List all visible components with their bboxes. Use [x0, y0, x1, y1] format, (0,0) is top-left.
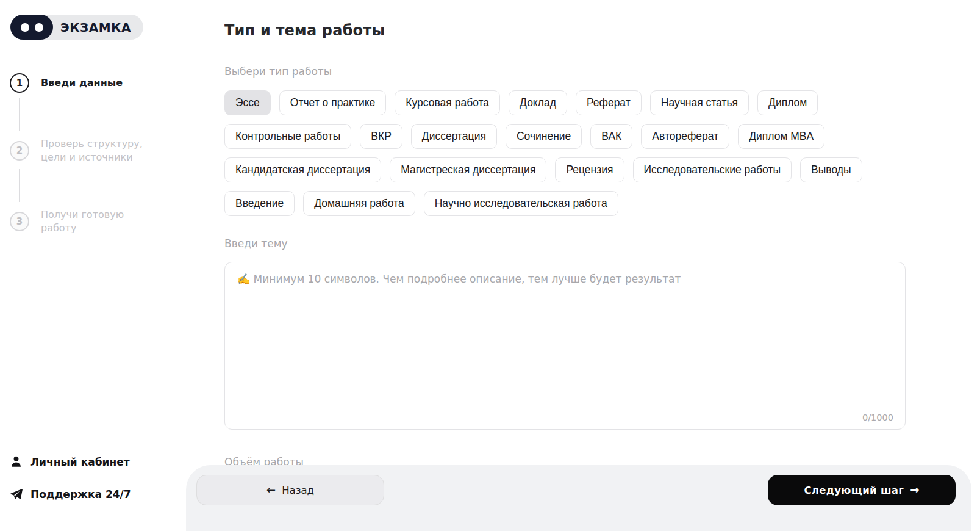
- work-type-chip[interactable]: Диплом MBA: [738, 124, 824, 149]
- main-content: Тип и тема работы Выбери тип работы Эссе…: [184, 0, 980, 468]
- arrow-left-icon: ←: [266, 485, 276, 496]
- step-connector: [19, 169, 20, 202]
- work-type-chip[interactable]: Выводы: [800, 157, 862, 182]
- logo-dot: [21, 23, 29, 32]
- work-type-chip[interactable]: Диссертация: [411, 124, 497, 149]
- work-type-chip[interactable]: Рецензия: [555, 157, 624, 182]
- brand-logo[interactable]: ЭКЗАМКА: [10, 15, 143, 40]
- work-type-chip[interactable]: Научно исследовательская работа: [424, 191, 618, 216]
- brand-logo-icon: [10, 15, 53, 40]
- work-type-chip[interactable]: Отчет о практике: [279, 90, 387, 115]
- work-type-label: Выбери тип работы: [224, 65, 980, 78]
- step-1: 1 Введи данные: [10, 73, 156, 93]
- work-type-chip[interactable]: Автореферат: [641, 124, 729, 149]
- step-3-label: Получи готовую работу: [41, 208, 156, 234]
- work-type-chip[interactable]: Доклад: [509, 90, 567, 115]
- telegram-icon: [10, 488, 23, 500]
- footer-action-bar: ← Назад Следующий шаг →: [186, 465, 971, 531]
- step-3-number: 3: [10, 212, 29, 231]
- work-type-chip[interactable]: Кандидатская диссертация: [224, 157, 381, 182]
- page-title: Тип и тема работы: [224, 22, 980, 39]
- arrow-right-icon: →: [910, 485, 919, 496]
- sidebar: ЭКЗАМКА 1 Введи данные 2 Проверь структу…: [0, 0, 184, 531]
- work-type-chip[interactable]: Введение: [224, 191, 295, 216]
- char-counter: 0/1000: [862, 413, 893, 422]
- account-link-label: Личный кабинет: [30, 456, 130, 468]
- work-type-chip[interactable]: Контрольные работы: [224, 124, 351, 149]
- account-link[interactable]: Личный кабинет: [10, 455, 131, 468]
- next-step-button[interactable]: Следующий шаг →: [768, 475, 956, 505]
- step-3: 3 Получи готовую работу: [10, 208, 156, 234]
- support-link-label: Поддержка 24/7: [30, 488, 131, 500]
- support-link[interactable]: Поддержка 24/7: [10, 488, 131, 500]
- work-type-chip[interactable]: ВКР: [360, 124, 402, 149]
- logo-dot: [35, 23, 43, 32]
- step-1-number: 1: [10, 73, 29, 93]
- step-connector: [19, 98, 20, 131]
- work-type-chip[interactable]: Магистреская диссертация: [390, 157, 546, 182]
- brand-name: ЭКЗАМКА: [53, 20, 131, 35]
- work-type-chip[interactable]: Научная статья: [650, 90, 749, 115]
- work-type-chip[interactable]: ВАК: [590, 124, 632, 149]
- back-button[interactable]: ← Назад: [196, 475, 384, 505]
- work-type-chip[interactable]: Эссе: [224, 90, 271, 115]
- work-type-chips: ЭссеОтчет о практикеКурсовая работаДокла…: [224, 90, 907, 216]
- topic-field-wrap: 0/1000: [224, 262, 906, 430]
- work-type-chip[interactable]: Сочинение: [506, 124, 582, 149]
- sidebar-links: Личный кабинет Поддержка 24/7: [10, 455, 131, 500]
- stepper: 1 Введи данные 2 Проверь структуру, цели…: [10, 73, 156, 234]
- back-button-label: Назад: [282, 485, 314, 496]
- next-button-label: Следующий шаг: [804, 485, 904, 496]
- work-type-chip[interactable]: Курсовая работа: [395, 90, 500, 115]
- step-2-label: Проверь структуру, цели и источники: [41, 137, 156, 164]
- work-type-chip[interactable]: Домашняя работа: [303, 191, 415, 216]
- work-type-chip[interactable]: Диплом: [757, 90, 818, 115]
- work-type-chip[interactable]: Исследовательские работы: [633, 157, 792, 182]
- work-type-chip[interactable]: Реферат: [576, 90, 642, 115]
- step-2-number: 2: [10, 141, 29, 161]
- person-icon: [10, 455, 23, 468]
- step-2: 2 Проверь структуру, цели и источники: [10, 137, 156, 164]
- topic-label: Введи тему: [224, 237, 980, 250]
- step-1-label: Введи данные: [41, 76, 156, 90]
- topic-input[interactable]: [224, 262, 906, 430]
